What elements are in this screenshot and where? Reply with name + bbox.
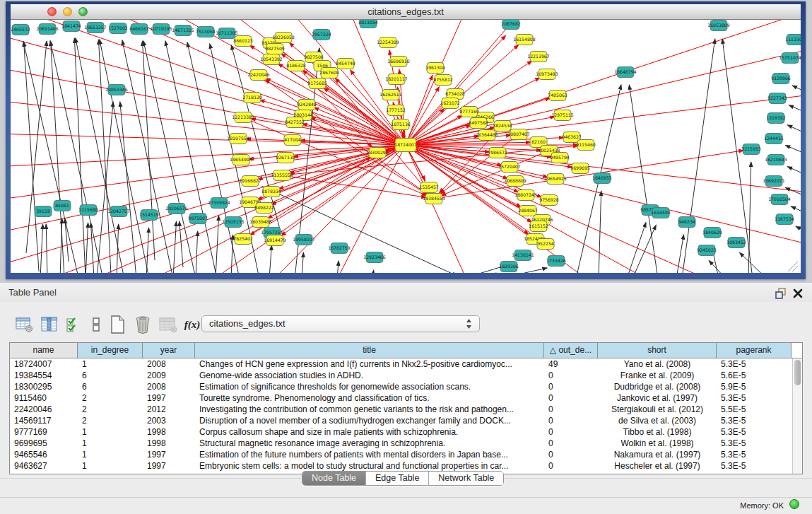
column-chooser-icon[interactable] bbox=[40, 315, 59, 334]
graph-node-label: 14136141 bbox=[512, 252, 534, 257]
column-header-title[interactable]: title bbox=[195, 343, 544, 358]
cytoscape-desktop: citations_edges.txt 24055722069140618414… bbox=[0, 0, 812, 283]
table-cell: 0 bbox=[544, 449, 598, 460]
graph-node-label: 8813054 bbox=[358, 20, 378, 25]
table-cell: 5.3E-5 bbox=[717, 438, 792, 449]
graph-node-label: 1244415 bbox=[764, 136, 784, 141]
table-row[interactable]: 977716911998Corpus callosum shape and si… bbox=[10, 426, 802, 438]
graph-node-label: 16711385 bbox=[216, 30, 238, 35]
graph-node-label: 1621072 bbox=[440, 100, 460, 105]
tab-edge-table[interactable]: Edge Table bbox=[365, 472, 428, 485]
table-cell: 1 bbox=[78, 438, 143, 449]
table-cell: 0 bbox=[544, 415, 598, 426]
table-cell: Wolkin et al. (1998) bbox=[598, 438, 717, 449]
zoom-window-button[interactable] bbox=[78, 7, 88, 16]
table-row[interactable]: 1830029562008Estimation of significance … bbox=[10, 381, 802, 392]
new-file-icon[interactable] bbox=[107, 315, 127, 334]
graph-node-label: 16782759 bbox=[328, 245, 351, 250]
table-cell: 2 bbox=[78, 415, 143, 426]
minimize-window-button[interactable] bbox=[63, 7, 72, 16]
table-cell: Yano et al. (2008) bbox=[598, 358, 717, 370]
tab-network-table[interactable]: Network Table bbox=[428, 472, 503, 485]
table-row[interactable]: 1456911722003Disruption of a novel membe… bbox=[10, 415, 802, 426]
graph-node-label: 8498222 bbox=[254, 205, 274, 210]
graph-node-label: 12923466 bbox=[363, 255, 386, 259]
graph-node-label: 10807487 bbox=[507, 132, 530, 136]
tab-node-table[interactable]: Node Table bbox=[302, 472, 365, 485]
table-vertical-scrollbar[interactable] bbox=[792, 358, 802, 474]
close-panel-icon[interactable] bbox=[792, 288, 804, 299]
graph-node-label: 1961304 bbox=[425, 65, 445, 70]
table-row[interactable]: 911546021997Tourette syndrome. Phenomeno… bbox=[10, 392, 802, 404]
close-window-button[interactable] bbox=[47, 7, 57, 16]
graph-node-label: 19958107 bbox=[293, 237, 315, 242]
column-header-year[interactable]: year bbox=[143, 343, 195, 358]
graph-node-label: 952254 bbox=[537, 241, 554, 246]
graph-node-label: 9827508 bbox=[304, 54, 324, 59]
trash-icon[interactable] bbox=[133, 315, 153, 334]
graph-node-label: 9115460 bbox=[576, 142, 596, 147]
table-cell: Nakamura et al. (1997) bbox=[598, 449, 717, 460]
table-cell: Stergiakouli et al. (2012) bbox=[598, 404, 717, 415]
graph-node-label: 10719195 bbox=[150, 26, 172, 31]
table-row[interactable]: 1872400712008Changes of HCN gene express… bbox=[10, 358, 802, 370]
float-panel-icon[interactable] bbox=[775, 288, 787, 299]
graph-node-label: 8427552 bbox=[285, 119, 305, 124]
graph-node-label: 12975115 bbox=[551, 112, 574, 117]
column-header-pagerank[interactable]: pagerank bbox=[717, 343, 792, 358]
table-cell: 0 bbox=[544, 460, 598, 472]
network-window-titlebar[interactable]: citations_edges.txt bbox=[11, 4, 801, 20]
table-row[interactable]: 1938455462009Genome-wide association stu… bbox=[10, 370, 802, 381]
table-cell: 2 bbox=[78, 392, 143, 404]
citation-network-graph[interactable]: 2405572206914061841474106532571527602646… bbox=[11, 20, 801, 273]
graph-node-label: 9777169 bbox=[459, 109, 479, 114]
table-selector-dropdown[interactable]: citations_edges.txt bbox=[201, 315, 480, 332]
table-cell: 9777169 bbox=[10, 426, 78, 438]
graph-node-label: 10688609 bbox=[504, 178, 526, 183]
graph-node-label: 9242848 bbox=[297, 102, 317, 107]
table-cell: 5.9E-5 bbox=[717, 381, 792, 392]
table-cell: Investigating the contribution of common… bbox=[195, 404, 544, 415]
table-row[interactable]: 946554611997Estimation of the future num… bbox=[10, 449, 802, 460]
graph-node-label: 17957255 bbox=[261, 230, 283, 235]
graph-node-label: 1167534 bbox=[775, 216, 794, 221]
graph-node-label: 39159 bbox=[36, 209, 50, 214]
function-icon[interactable]: f(x) bbox=[182, 315, 202, 334]
column-header-in_degree[interactable]: in_degree bbox=[78, 343, 143, 358]
table-panel: Table Panel f(x) citations_edges.txt nam… bbox=[0, 283, 812, 514]
table-selector-value: citations_edges.txt bbox=[209, 318, 286, 329]
table-toolbar: f(x) citations_edges.txt bbox=[0, 302, 812, 341]
column-header-out_de[interactable]: △ out_de... bbox=[544, 343, 598, 358]
graph-node-label: 1875136 bbox=[391, 122, 411, 127]
graph-node-label: 9975887 bbox=[188, 216, 208, 221]
table-row[interactable]: 946362711997Embryonic stem cells: a mode… bbox=[10, 460, 802, 472]
table-cell: Embryonic stem cells: a model to study s… bbox=[195, 460, 544, 472]
graph-node-label: 16696910 bbox=[387, 59, 410, 64]
graph-node-label: 2884067 bbox=[518, 208, 538, 213]
table-cell: Estimation of the future numbers of pati… bbox=[195, 449, 544, 460]
column-header-short[interactable]: short bbox=[598, 343, 717, 358]
column-header-name[interactable]: name bbox=[10, 343, 78, 358]
table-settings-icon[interactable] bbox=[14, 315, 34, 334]
table-row[interactable]: 2242004622012Investigating the contribut… bbox=[10, 404, 802, 415]
table-cell: 9699695 bbox=[10, 438, 78, 449]
scrollbar-thumb[interactable] bbox=[794, 360, 801, 385]
table-cell: 5.3E-5 bbox=[717, 460, 792, 472]
table-row[interactable]: 969969511998Structural magnetic resonanc… bbox=[10, 438, 802, 449]
row-checkbox-icon[interactable] bbox=[64, 315, 83, 334]
import-table-disabled-icon[interactable] bbox=[158, 315, 178, 334]
graph-node-label: 2718120 bbox=[242, 95, 262, 100]
stacked-rows-icon[interactable] bbox=[86, 315, 106, 334]
network-canvas-area[interactable]: 2405572206914061841474106532571527602646… bbox=[11, 20, 801, 273]
table-cell: 5.3E-5 bbox=[717, 415, 792, 426]
graph-node-label: 1640955 bbox=[592, 175, 612, 180]
graph-node-label: 9495794 bbox=[550, 155, 570, 160]
table-cell: 2009 bbox=[143, 370, 195, 381]
network-view-window: citations_edges.txt 24055722069140618414… bbox=[6, 1, 806, 279]
table-cell: Disruption of a novel member of a sodium… bbox=[195, 415, 544, 426]
graph-node-label: 1112304 bbox=[785, 37, 801, 42]
graph-node-label: 12505135 bbox=[222, 219, 245, 224]
graph-node-label: 1733426 bbox=[546, 258, 566, 263]
graph-node-label: 18107554 bbox=[227, 136, 249, 141]
graph-node-label: 10543392 bbox=[260, 57, 283, 62]
